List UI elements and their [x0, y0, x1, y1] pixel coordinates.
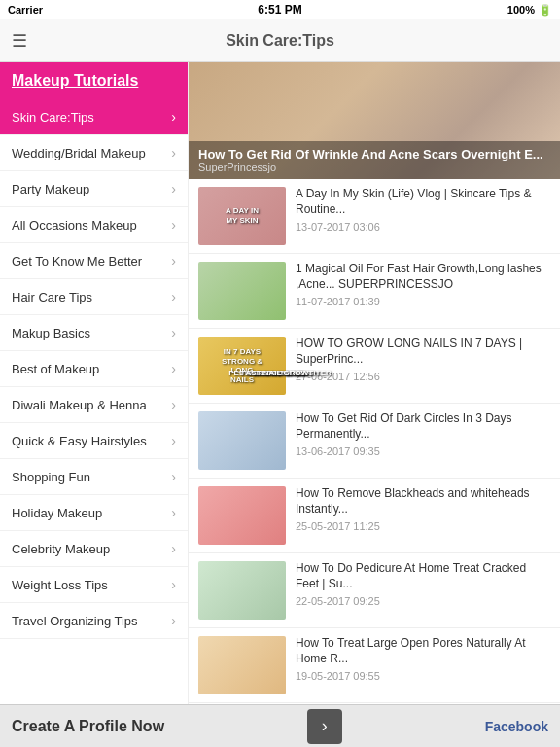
video-info-0: A Day In My Skin (Life) Vlog | Skincare … — [296, 187, 550, 232]
chevron-icon: › — [171, 505, 176, 520]
sidebar-item-label: Celebrity Makeup — [12, 542, 110, 556]
banner-text: Create A Profile Now — [12, 718, 164, 735]
hero-image[interactable]: How To Get Rid Of Wrinkle And Acne Scars… — [189, 62, 560, 179]
sidebar: Makeup Tutorials Skin Care:Tips›Wedding/… — [0, 62, 189, 704]
sidebar-item-12[interactable]: Celebrity Makeup› — [0, 531, 188, 567]
video-item-0[interactable]: A DAY IN MY SKIN A Day In My Skin (Life)… — [189, 179, 560, 254]
sidebar-item-label: Hair Care Tips — [12, 290, 92, 304]
sidebar-item-label: Travel Organizing Tips — [12, 614, 138, 628]
battery-icon: 🔋 — [539, 4, 552, 17]
carrier-label: Carrier — [8, 4, 43, 16]
banner-arrow-button[interactable]: › — [307, 709, 342, 744]
sidebar-item-9[interactable]: Quick & Easy Hairstyles› — [0, 423, 188, 459]
video-item-5[interactable]: PEDICURE BEFORE AFTER How To Do Pedicure… — [189, 553, 560, 628]
chevron-icon: › — [171, 613, 176, 628]
video-title-3: How To Get Rid Of Dark Circles In 3 Days… — [296, 411, 550, 442]
sidebar-item-0[interactable]: Skin Care:Tips› — [0, 99, 188, 135]
chevron-icon: › — [171, 289, 176, 304]
video-date-3: 13-06-2017 09:35 — [296, 445, 550, 457]
battery-label: 100% — [508, 4, 535, 16]
video-thumb-6: OPEN PORES — [198, 636, 286, 694]
video-info-5: How To Do Pedicure At Home Treat Cracked… — [296, 561, 550, 607]
video-info-1: 1 Magical Oil For Fast Hair Growth,Long … — [296, 262, 550, 307]
sidebar-header[interactable]: Makeup Tutorials — [0, 62, 188, 99]
sidebar-item-label: Weight Loss Tips — [12, 578, 108, 592]
sidebar-item-label: Quick & Easy Hairstyles — [12, 434, 147, 448]
sidebar-item-label: Shopping Fun — [12, 470, 90, 484]
sidebar-item-3[interactable]: All Occasions Makeup› — [0, 207, 188, 243]
video-thumb-3: DARK CIRCLES — [198, 411, 286, 470]
chevron-icon: › — [171, 433, 176, 448]
nav-bar-left[interactable]: ☰ — [0, 30, 27, 52]
video-info-3: How To Get Rid Of Dark Circles In 3 Days… — [296, 411, 550, 457]
video-info-6: How To Treat Large Open Pores Naturally … — [296, 636, 550, 682]
sidebar-item-7[interactable]: Best of Makeup› — [0, 351, 188, 387]
chevron-icon: › — [171, 217, 176, 232]
sidebar-item-11[interactable]: Holiday Makeup› — [0, 495, 188, 531]
video-info-2: HOW TO GROW LONG NAILS IN 7 DAYS | Super… — [296, 337, 550, 382]
sidebar-item-6[interactable]: Makup Basics› — [0, 315, 188, 351]
time-label: 6:51 PM — [258, 3, 301, 17]
sidebar-item-label: Holiday Makeup — [12, 506, 102, 520]
sidebar-item-label: Makup Basics — [12, 326, 90, 340]
video-list: A DAY IN MY SKIN A Day In My Skin (Life)… — [189, 179, 560, 704]
video-item-2[interactable]: IN 7 DAYS STRONG & LONG NAILS HOW TO GRO… — [189, 329, 560, 404]
video-thumb-4: BLACKHEADS — [198, 486, 286, 545]
hamburger-icon[interactable]: ☰ — [12, 31, 27, 51]
chevron-icon: › — [171, 361, 176, 376]
video-title-2: HOW TO GROW LONG NAILS IN 7 DAYS | Super… — [296, 337, 550, 367]
sidebar-item-4[interactable]: Get To Know Me Better› — [0, 243, 188, 279]
video-item-3[interactable]: DARK CIRCLES How To Get Rid Of Dark Circ… — [189, 404, 560, 479]
status-bar: Carrier 6:51 PM 100% 🔋 — [0, 0, 560, 19]
main-content: How To Get Rid Of Wrinkle And Acne Scars… — [189, 62, 560, 704]
chevron-icon: › — [171, 469, 176, 484]
battery-area: 100% 🔋 — [508, 4, 552, 17]
sidebar-item-label: Diwali Makeup & Henna — [12, 398, 147, 412]
sidebar-item-14[interactable]: Travel Organizing Tips› — [0, 603, 188, 639]
video-item-6[interactable]: OPEN PORES How To Treat Large Open Pores… — [189, 628, 560, 703]
video-title-6: How To Treat Large Open Pores Naturally … — [296, 636, 550, 666]
sidebar-item-label: Wedding/Bridal Makeup — [12, 146, 146, 160]
hero-title: How To Get Rid Of Wrinkle And Acne Scars… — [198, 147, 550, 161]
chevron-icon: › — [171, 325, 176, 340]
hero-author: SuperPrincessjo — [198, 161, 550, 173]
video-title-5: How To Do Pedicure At Home Treat Cracked… — [296, 561, 550, 591]
sidebar-item-1[interactable]: Wedding/Bridal Makeup› — [0, 135, 188, 171]
video-title-0: A Day In My Skin (Life) Vlog | Skincare … — [296, 187, 550, 217]
bottom-banner[interactable]: Create A Profile Now › Facebook — [0, 704, 560, 747]
chevron-icon: › — [171, 397, 176, 412]
video-title-4: How To Remove Blackheads and whiteheads … — [296, 486, 550, 516]
video-date-6: 19-05-2017 09:55 — [296, 670, 550, 682]
chevron-icon: › — [171, 541, 176, 556]
chevron-icon: › — [171, 181, 176, 196]
chevron-icon: › — [171, 109, 176, 124]
sidebar-item-13[interactable]: Weight Loss Tips› — [0, 567, 188, 603]
video-thumb-1: MAGICAL OIL — [198, 262, 286, 320]
nav-bar-title: Skin Care:Tips — [226, 32, 334, 50]
sidebar-item-label: Get To Know Me Better — [12, 254, 142, 268]
hero-overlay: How To Get Rid Of Wrinkle And Acne Scars… — [189, 141, 560, 179]
sidebar-item-8[interactable]: Diwali Makeup & Henna› — [0, 387, 188, 423]
video-item-4[interactable]: BLACKHEADS How To Remove Blackheads and … — [189, 479, 560, 553]
sidebar-item-5[interactable]: Hair Care Tips› — [0, 279, 188, 315]
video-date-1: 11-07-2017 01:39 — [296, 296, 550, 307]
video-thumb-2: IN 7 DAYS STRONG & LONG NAILS — [198, 337, 286, 395]
thumb-text-2: IN 7 DAYS STRONG & LONG NAILS — [221, 347, 264, 384]
video-date-5: 22-05-2017 09:25 — [296, 595, 550, 607]
sidebar-item-10[interactable]: Shopping Fun› — [0, 459, 188, 495]
nav-bar: ☰ Skin Care:Tips — [0, 19, 560, 62]
video-thumb-0: A DAY IN MY SKIN — [198, 187, 286, 245]
video-date-4: 25-05-2017 11:25 — [296, 520, 550, 532]
video-item-1[interactable]: MAGICAL OIL 1 Magical Oil For Fast Hair … — [189, 254, 560, 329]
chevron-icon: › — [171, 145, 176, 160]
video-info-4: How To Remove Blackheads and whiteheads … — [296, 486, 550, 532]
app-container: ☰ Skin Care:Tips Makeup Tutorials Skin C… — [0, 19, 560, 747]
sidebar-item-2[interactable]: Party Makeup› — [0, 171, 188, 207]
video-date-2: 27-06-2017 12:56 — [296, 371, 550, 382]
video-date-0: 13-07-2017 03:06 — [296, 221, 550, 232]
chevron-icon: › — [171, 253, 176, 268]
sidebar-item-label: Best of Makeup — [12, 362, 99, 376]
video-thumb-5: PEDICURE BEFORE AFTER — [198, 561, 286, 620]
facebook-label[interactable]: Facebook — [485, 719, 548, 734]
video-title-1: 1 Magical Oil For Fast Hair Growth,Long … — [296, 262, 550, 292]
